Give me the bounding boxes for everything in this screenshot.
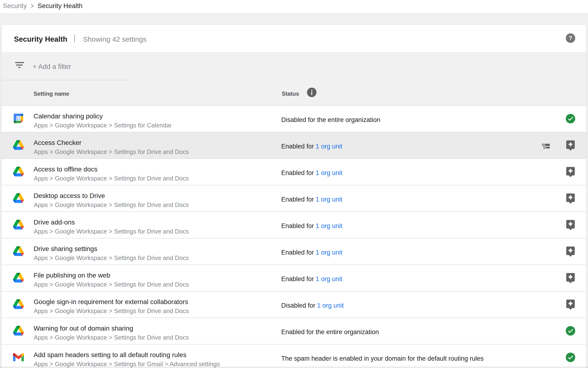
svg-text:31: 31 [16, 116, 21, 121]
svg-text:?: ? [569, 35, 572, 41]
